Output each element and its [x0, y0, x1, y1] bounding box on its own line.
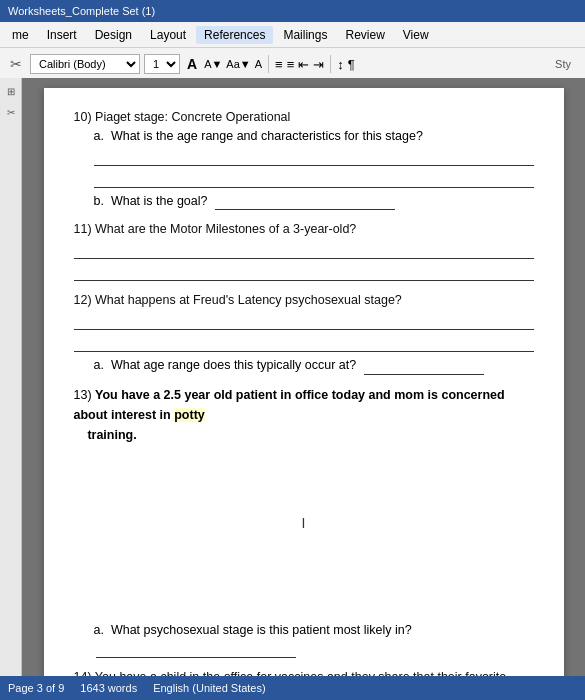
q10-sub-b-line[interactable] [215, 195, 395, 210]
q10-answer-line-2[interactable] [94, 170, 534, 188]
q13-number: 13) [74, 388, 92, 402]
font-shrink-btn[interactable]: A▼ [204, 58, 222, 70]
q11-label: What are the Motor Milestones of a 3-yea… [95, 222, 356, 236]
style-label: Sty [555, 58, 579, 70]
q13-text-bold: You have a 2.5 year old patient in offic… [74, 388, 505, 422]
title-text: Worksheets_Complete Set (1) [8, 5, 155, 17]
menu-review[interactable]: Review [337, 26, 392, 44]
sort-icon[interactable]: ↕ [337, 57, 344, 72]
separator-1 [268, 55, 269, 73]
question-14-text: 14) You have a child in the office for v… [74, 668, 534, 676]
font-clear-btn[interactable]: A [255, 58, 262, 70]
q11-answer-line-2[interactable] [74, 263, 534, 281]
question-10-text: 10) Piaget stage: Concrete Operational [74, 108, 534, 127]
q10-number: 10) [74, 110, 92, 124]
q12-answer-line-2[interactable] [74, 334, 534, 352]
q12-answer-line-1[interactable] [74, 312, 534, 330]
question-13-text: 13) You have a 2.5 year old patient in o… [74, 385, 534, 445]
q10-sub-a-text: What is the age range and characteristic… [111, 129, 423, 143]
outdent-icon[interactable]: ⇤ [298, 57, 309, 72]
question-10-block: 10) Piaget stage: Concrete Operational a… [74, 108, 534, 210]
q10-sub-b-label: b. [94, 194, 104, 208]
status-page: Page 3 of 9 [8, 682, 64, 694]
separator-2 [330, 55, 331, 73]
para-icon[interactable]: ¶ [348, 57, 355, 72]
q10-sub-b: b. What is the goal? [94, 192, 534, 211]
bullets-icon[interactable]: ≡ [275, 57, 283, 72]
q10-sub-a-label: a. [94, 129, 104, 143]
q10-label: Piaget stage: Concrete Operational [95, 110, 290, 124]
q13-sub-a-label: a. [94, 623, 104, 637]
left-sidebar: ⊞ ✂ [0, 78, 22, 700]
menu-references[interactable]: References [196, 26, 273, 44]
question-11-block: 11) What are the Motor Milestones of a 3… [74, 220, 534, 281]
q13-spacer [74, 445, 534, 485]
q13-text-training: training. [74, 428, 137, 442]
menu-me[interactable]: me [4, 26, 37, 44]
q13-sub-a-text: What psychosexual stage is this patient … [111, 623, 412, 637]
q11-answer-line-1[interactable] [74, 241, 534, 259]
menu-bar: me Insert Design Layout References Maili… [0, 22, 585, 48]
status-bar: Page 3 of 9 1643 words English (United S… [0, 676, 585, 700]
sidebar-icon-1[interactable]: ⊞ [2, 82, 20, 100]
q12-sub-a-label: a. [94, 358, 104, 372]
status-language: English (United States) [153, 682, 266, 694]
q12-sub-a-text: What age range does this typically occur… [111, 358, 356, 372]
status-words: 1643 words [80, 682, 137, 694]
document-area: 10) Piaget stage: Concrete Operational a… [22, 78, 585, 676]
font-case-btn[interactable]: Aa▼ [226, 58, 250, 70]
menu-view[interactable]: View [395, 26, 437, 44]
document-page: 10) Piaget stage: Concrete Operational a… [44, 88, 564, 676]
question-13-block: 13) You have a 2.5 year old patient in o… [74, 385, 534, 659]
q13-highlight-potty: potty [174, 408, 205, 422]
menu-design[interactable]: Design [87, 26, 140, 44]
menu-insert[interactable]: Insert [39, 26, 85, 44]
q11-number: 11) [74, 222, 92, 236]
q13-sub-a-line[interactable] [96, 643, 296, 658]
font-grow-btn[interactable]: A [184, 56, 200, 72]
indent-icon[interactable]: ⇥ [313, 57, 324, 72]
q10-sub-a: a. What is the age range and characteris… [94, 127, 534, 188]
font-selector[interactable]: Calibri (Body) [30, 54, 140, 74]
menu-layout[interactable]: Layout [142, 26, 194, 44]
q12-number: 12) [74, 293, 92, 307]
question-12-block: 12) What happens at Freud's Latency psyc… [74, 291, 534, 375]
menu-mailings[interactable]: Mailings [275, 26, 335, 44]
q12-label: What happens at Freud's Latency psychose… [95, 293, 402, 307]
q12-sub-a-line[interactable] [364, 360, 484, 375]
q12-sub-a: a. What age range does this typically oc… [94, 356, 534, 375]
question-12-text: 12) What happens at Freud's Latency psyc… [74, 291, 534, 310]
question-11-text: 11) What are the Motor Milestones of a 3… [74, 220, 534, 239]
q10-sub-b-text: What is the goal? [111, 194, 208, 208]
q10-answer-line-1[interactable] [94, 148, 534, 166]
question-14-block: 14) You have a child in the office for v… [74, 668, 534, 676]
q13-sub-a: a. What psychosexual stage is this patie… [94, 621, 534, 659]
font-size-selector[interactable]: 16 [144, 54, 180, 74]
sidebar-icon-2[interactable]: ✂ [2, 103, 20, 121]
numbering-icon[interactable]: ≡ [287, 57, 295, 72]
cut-icon[interactable]: ✂ [6, 54, 26, 74]
q13-spacer2 [74, 561, 534, 621]
cursor-indicator: I [74, 515, 534, 531]
title-bar: Worksheets_Complete Set (1) [0, 0, 585, 22]
